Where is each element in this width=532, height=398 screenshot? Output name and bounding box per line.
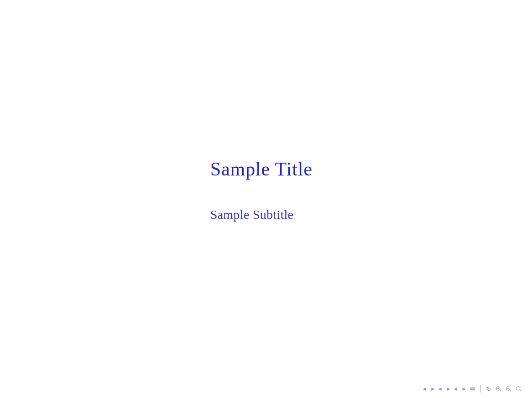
list-svg-icon bbox=[470, 386, 475, 392]
toolbar-separator bbox=[480, 385, 481, 393]
slide-title: Sample Title bbox=[210, 158, 313, 180]
svg-line-18 bbox=[500, 390, 501, 391]
subsection-left-arrow-icon: ◀ bbox=[454, 387, 457, 391]
undo-button[interactable] bbox=[484, 385, 493, 393]
slide-container: Sample Title Sample Subtitle ◀ ▶ ◀ bbox=[0, 0, 532, 398]
nav-next-button[interactable]: ▶ bbox=[431, 386, 436, 392]
subsection-prev-button[interactable]: ◀ bbox=[453, 386, 458, 392]
slide-subtitle: Sample Subtitle bbox=[210, 207, 293, 222]
subsection-nav-group: ◀ ▶ bbox=[453, 386, 467, 392]
undo-svg-icon bbox=[486, 386, 491, 392]
subsection-next-button[interactable]: ▶ bbox=[462, 386, 467, 392]
section-nav-group: ◀ ▶ bbox=[437, 386, 451, 392]
nav-left-arrow-icon: ◀ bbox=[423, 387, 426, 391]
nav-right-arrow-icon: ▶ bbox=[431, 387, 435, 391]
svg-line-21 bbox=[510, 390, 511, 391]
outline-button[interactable] bbox=[468, 385, 477, 393]
section-right-arrow-icon: ▶ bbox=[447, 387, 450, 391]
bottom-toolbar: ◀ ▶ ◀ bbox=[0, 380, 532, 398]
section-icon[interactable] bbox=[443, 388, 445, 390]
zoom-out-svg-icon bbox=[506, 386, 511, 392]
zoom-out-button[interactable] bbox=[505, 385, 513, 393]
subsection-right-arrow-icon: ▶ bbox=[463, 387, 466, 391]
subsection-icon[interactable] bbox=[459, 388, 461, 390]
section-left-arrow-icon: ◀ bbox=[438, 387, 442, 391]
zoom-in-button[interactable] bbox=[495, 385, 503, 393]
svg-line-23 bbox=[520, 390, 521, 391]
frame-icon[interactable] bbox=[428, 388, 430, 390]
nav-prev-button[interactable]: ◀ bbox=[422, 386, 427, 392]
zoom-reset-svg-icon bbox=[516, 386, 521, 392]
slide-content: Sample Title Sample Subtitle bbox=[0, 0, 532, 380]
zoom-in-svg-icon bbox=[496, 386, 501, 392]
frame-nav-group: ◀ ▶ bbox=[422, 386, 436, 392]
zoom-reset-button[interactable] bbox=[515, 385, 523, 393]
section-prev-button[interactable]: ◀ bbox=[437, 386, 442, 392]
section-next-button[interactable]: ▶ bbox=[446, 386, 451, 392]
svg-point-22 bbox=[516, 387, 520, 390]
